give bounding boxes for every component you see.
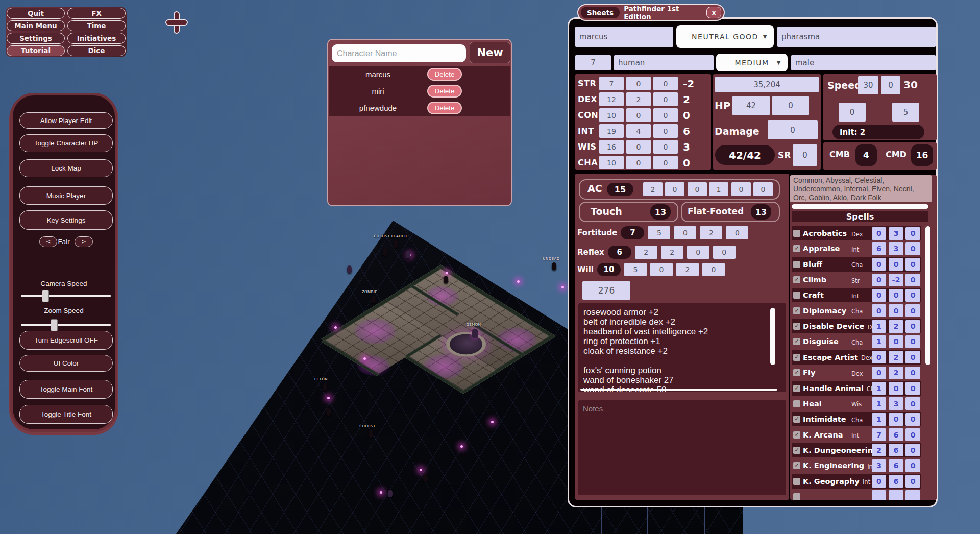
- ac-field-2[interactable]: 0: [665, 182, 684, 196]
- skill-checkbox[interactable]: ✓: [793, 354, 800, 361]
- movement-field-1[interactable]: 0: [839, 103, 866, 122]
- skill-value-3[interactable]: 0: [905, 242, 920, 255]
- skill-value-1[interactable]: 0: [872, 304, 886, 317]
- skills-scrollbar[interactable]: [925, 226, 930, 365]
- languages-scrollbar[interactable]: [792, 204, 928, 209]
- ac-field-5[interactable]: 0: [731, 182, 751, 196]
- map-token[interactable]: [383, 248, 387, 256]
- skill-value-3[interactable]: 0: [905, 367, 920, 379]
- skill-value-1[interactable]: 2: [872, 444, 886, 456]
- settings-button-toggle-title-font[interactable]: Toggle Title Font: [19, 405, 113, 424]
- skill-value-2[interactable]: 2: [889, 351, 903, 363]
- skill-checkbox[interactable]: ✓: [793, 416, 800, 423]
- save-field-1[interactable]: 5: [624, 263, 647, 276]
- hp-display-pill[interactable]: 42/42: [715, 145, 775, 165]
- camera-speed-thumb[interactable]: [42, 290, 49, 302]
- ability-mod2-field[interactable]: 0: [653, 108, 678, 122]
- settings-button-key-settings[interactable]: Key Settings: [19, 210, 113, 230]
- skill-value-1[interactable]: 0: [872, 227, 886, 240]
- skill-value-3[interactable]: 0: [905, 258, 920, 271]
- save-field-1[interactable]: 5: [648, 226, 670, 239]
- settings-button-toggle-main-font[interactable]: Toggle Main Font: [19, 380, 113, 399]
- skill-value-3[interactable]: 0: [905, 351, 920, 363]
- settings-button-ui-color[interactable]: UI Color: [19, 355, 113, 372]
- ability-base-field[interactable]: 10: [599, 108, 624, 122]
- ability-mod1-field[interactable]: 0: [626, 108, 651, 122]
- skill-value-1[interactable]: 1: [872, 382, 886, 395]
- alignment-dropdown[interactable]: NEUTRAL GOOD ▼: [676, 25, 774, 48]
- menu-button-fx[interactable]: FX: [67, 8, 126, 19]
- save-total-pill[interactable]: 10: [597, 263, 621, 276]
- hp-field[interactable]: 42: [732, 96, 770, 115]
- spells-header-button[interactable]: Spells: [792, 211, 928, 222]
- skill-checkbox[interactable]: [793, 478, 800, 485]
- delete-character-button[interactable]: Delete: [427, 85, 462, 98]
- map-token[interactable]: [326, 408, 331, 416]
- ability-mod1-field[interactable]: 0: [626, 140, 651, 154]
- name-field[interactable]: marcus: [575, 27, 673, 47]
- extra-field[interactable]: 276: [582, 281, 630, 300]
- skill-value-3[interactable]: 0: [905, 289, 920, 302]
- skill-checkbox[interactable]: ✓: [793, 276, 800, 283]
- skill-value-1[interactable]: 0: [872, 367, 886, 379]
- skill-checkbox[interactable]: [793, 493, 800, 500]
- skill-checkbox[interactable]: [793, 261, 800, 268]
- race-field[interactable]: human: [614, 55, 714, 70]
- map-token[interactable]: [444, 276, 448, 283]
- skill-value-3[interactable]: 0: [905, 320, 920, 333]
- new-character-button[interactable]: New: [470, 42, 510, 63]
- skill-value-1[interactable]: 0: [872, 351, 886, 363]
- skill-value-1[interactable]: 0: [872, 475, 886, 488]
- save-field-4[interactable]: 0: [713, 246, 736, 259]
- ability-base-field[interactable]: 7: [599, 77, 624, 90]
- ability-mod2-field[interactable]: 0: [653, 156, 678, 169]
- skill-value-3[interactable]: 0: [905, 335, 920, 348]
- languages-field[interactable]: Common, Abyssal, Celestial, Undercommon,…: [790, 175, 932, 202]
- skill-value-2[interactable]: 6: [889, 459, 903, 472]
- skill-checkbox[interactable]: ✓: [793, 323, 800, 330]
- cmd-pill[interactable]: 16: [911, 144, 933, 166]
- skill-value-1[interactable]: [872, 490, 886, 500]
- skill-value-2[interactable]: 6: [889, 475, 903, 488]
- ability-base-field[interactable]: 12: [599, 92, 624, 106]
- skill-value-1[interactable]: 1: [872, 320, 886, 333]
- ability-base-field[interactable]: 10: [599, 156, 624, 169]
- ability-mod2-field[interactable]: 0: [653, 92, 678, 106]
- skill-value-1[interactable]: 0: [872, 258, 886, 271]
- zoom-speed-thumb[interactable]: [51, 319, 58, 331]
- speed-field[interactable]: 30: [858, 76, 878, 94]
- ability-mod1-field[interactable]: 4: [626, 124, 651, 138]
- save-total-pill[interactable]: 7: [621, 226, 644, 239]
- level-field[interactable]: 7: [575, 55, 611, 70]
- save-field-3[interactable]: 2: [676, 263, 699, 276]
- map-token[interactable]: [388, 490, 393, 497]
- items-textarea[interactable]: rosewood armor +2 belt of incredible dex…: [578, 303, 786, 392]
- movement-field-2[interactable]: 5: [892, 103, 919, 122]
- ability-base-field[interactable]: 16: [599, 140, 624, 154]
- delete-character-button[interactable]: Delete: [427, 68, 462, 81]
- skill-value-2[interactable]: 3: [889, 227, 903, 240]
- menu-button-tutorial[interactable]: Tutorial: [7, 45, 65, 57]
- items-scrollbar[interactable]: [770, 308, 775, 365]
- menu-button-initiatives[interactable]: Initiatives: [67, 33, 126, 44]
- skill-value-3[interactable]: 0: [905, 475, 920, 488]
- notes-textarea[interactable]: Notes: [578, 400, 786, 495]
- skill-checkbox[interactable]: ✓: [793, 245, 800, 252]
- settings-button-music-player[interactable]: Music Player: [19, 186, 113, 205]
- skill-checkbox[interactable]: [793, 400, 800, 407]
- settings-button-lock-map[interactable]: Lock Map: [19, 159, 113, 177]
- settings-button-turn-edgescroll-off[interactable]: Turn Edgescroll OFF: [19, 331, 113, 350]
- ability-mod1-field[interactable]: 0: [626, 77, 651, 90]
- ability-mod2-field[interactable]: 0: [653, 140, 678, 154]
- skill-checkbox[interactable]: ✓: [793, 369, 800, 376]
- skill-value-2[interactable]: 0: [889, 413, 903, 426]
- save-total-pill[interactable]: 6: [608, 246, 631, 259]
- skill-value-2[interactable]: 0: [889, 382, 903, 395]
- damage-field[interactable]: 0: [768, 120, 818, 139]
- skill-value-1[interactable]: 1: [872, 335, 886, 348]
- speed-mod-field[interactable]: 0: [881, 76, 900, 94]
- skill-value-3[interactable]: 0: [905, 382, 920, 395]
- cmb-pill[interactable]: 4: [855, 144, 877, 166]
- skill-value-2[interactable]: 0: [889, 289, 903, 302]
- skill-value-3[interactable]: 0: [905, 413, 920, 426]
